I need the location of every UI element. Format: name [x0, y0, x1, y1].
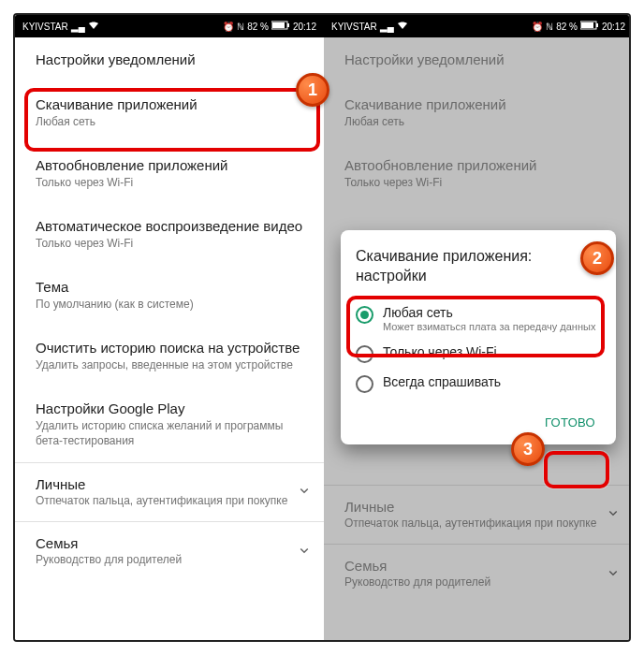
item-subtitle: По умолчанию (как в системе) — [36, 298, 305, 313]
item-title: Автоматическое воспроизведение видео — [36, 217, 305, 236]
item-play-settings[interactable]: Настройки Google Play Удалить историю сп… — [15, 386, 324, 462]
svg-rect-5 — [596, 23, 598, 27]
item-subtitle: Только через Wi-Fi — [344, 176, 614, 191]
group-subtitle: Руководство для родителей — [344, 575, 605, 590]
wifi-icon — [88, 21, 99, 32]
radio-icon — [356, 375, 373, 393]
time-label: 20:12 — [602, 22, 625, 32]
group-personal[interactable]: Личные Отпечаток пальца, аутентификация … — [15, 462, 324, 522]
item-subtitle: Любая сеть — [344, 115, 614, 130]
radio-wifi-only[interactable]: Только через Wi-Fi — [356, 339, 601, 369]
alarm-icon: ⏰ — [532, 22, 543, 32]
item-clear-history[interactable]: Очистить историю поиска на устройстве Уд… — [15, 326, 324, 386]
item-app-download: Скачивание приложений Любая сеть — [324, 82, 631, 143]
status-bar: KYIVSTAR ▂▄ ⏰ ℕ 82 % 20:12 — [15, 15, 324, 37]
item-subtitle: Только через Wi-Fi — [36, 237, 305, 252]
group-subtitle: Руководство для родителей — [36, 553, 296, 568]
radio-label: Только через Wi-Fi — [383, 344, 497, 359]
chevron-down-icon — [605, 564, 622, 585]
group-personal: Личные Отпечаток пальца, аутентификация … — [324, 485, 631, 545]
download-settings-dialog: Скачивание приложения: настройки Любая с… — [341, 230, 616, 444]
nfc-icon: ℕ — [237, 22, 244, 32]
item-auto-update: Автообновление приложений Только через W… — [324, 143, 631, 204]
item-autoplay-video[interactable]: Автоматическое воспроизведение видео Тол… — [15, 204, 324, 265]
item-app-download[interactable]: Скачивание приложений Любая сеть — [15, 82, 324, 143]
group-title: Личные — [344, 499, 605, 515]
dialog-title: Скачивание приложения: настройки — [356, 247, 601, 286]
item-title: Автообновление приложений — [344, 156, 614, 175]
wifi-icon — [397, 21, 408, 32]
chevron-down-icon — [296, 542, 313, 562]
carrier-label: KYIVSTAR — [22, 22, 68, 32]
item-title: Скачивание приложений — [36, 95, 305, 114]
phone-left: KYIVSTAR ▂▄ ⏰ ℕ 82 % 20:12 Настройки уве… — [15, 15, 324, 642]
time-label: 20:12 — [293, 22, 316, 32]
chevron-down-icon — [605, 504, 622, 525]
item-title: Скачивание приложений — [344, 95, 614, 114]
battery-icon — [271, 21, 290, 32]
group-subtitle: Отпечаток пальца, аутентификация при пок… — [344, 517, 605, 531]
item-title: Очистить историю поиска на устройстве — [36, 339, 305, 357]
item-title: Настройки уведомлений — [344, 51, 614, 69]
nfc-icon: ℕ — [546, 22, 553, 32]
svg-rect-2 — [287, 23, 289, 27]
svg-rect-4 — [581, 22, 593, 28]
item-subtitle: Любая сеть — [36, 115, 305, 130]
item-subtitle: Удалить запросы, введенные на этом устро… — [36, 358, 305, 373]
battery-label: 82 % — [556, 22, 578, 32]
radio-label: Всегда спрашивать — [383, 374, 501, 389]
signal-icon: ▂▄ — [71, 22, 85, 32]
group-subtitle: Отпечаток пальца, аутентификация при пок… — [36, 494, 296, 509]
group-family[interactable]: Семья Руководство для родителей — [15, 521, 324, 581]
radio-icon — [356, 345, 373, 363]
battery-label: 82 % — [247, 22, 269, 32]
item-title: Настройки уведомлений — [36, 51, 305, 69]
done-button[interactable]: ГОТОВО — [539, 408, 601, 437]
alarm-icon: ⏰ — [223, 22, 234, 32]
group-title: Личные — [36, 476, 296, 492]
group-title: Семья — [36, 535, 296, 551]
radio-icon-checked — [356, 306, 373, 324]
item-notifications: Настройки уведомлений — [324, 37, 631, 82]
chevron-down-icon — [296, 482, 313, 502]
item-title: Автообновление приложений — [36, 156, 305, 175]
phone-right: KYIVSTAR ▂▄ ⏰ ℕ 82 % 20:12 Настройки уве… — [324, 15, 631, 642]
item-title: Тема — [36, 278, 305, 297]
svg-rect-1 — [272, 22, 285, 28]
settings-list: Настройки уведомлений Скачивание приложе… — [15, 37, 324, 581]
item-auto-update[interactable]: Автообновление приложений Только через W… — [15, 143, 324, 204]
radio-any-network[interactable]: Любая сеть Может взиматься плата за пере… — [356, 299, 601, 339]
item-theme[interactable]: Тема По умолчанию (как в системе) — [15, 265, 324, 326]
radio-always-ask[interactable]: Всегда спрашивать — [356, 369, 601, 399]
item-subtitle: Только через Wi-Fi — [36, 176, 305, 191]
group-title: Семья — [344, 558, 605, 574]
item-notifications[interactable]: Настройки уведомлений — [15, 37, 324, 82]
carrier-label: KYIVSTAR — [331, 22, 377, 32]
item-subtitle: Удалить историю списка желаний и програм… — [36, 419, 305, 448]
item-title: Настройки Google Play — [36, 400, 305, 418]
signal-icon: ▂▄ — [380, 22, 394, 32]
group-family: Семья Руководство для родителей — [324, 544, 631, 604]
radio-sub: Может взиматься плата за передачу данных — [383, 321, 595, 333]
status-bar: KYIVSTAR ▂▄ ⏰ ℕ 82 % 20:12 — [324, 15, 631, 37]
battery-icon — [580, 21, 599, 32]
radio-label: Любая сеть — [383, 305, 595, 320]
